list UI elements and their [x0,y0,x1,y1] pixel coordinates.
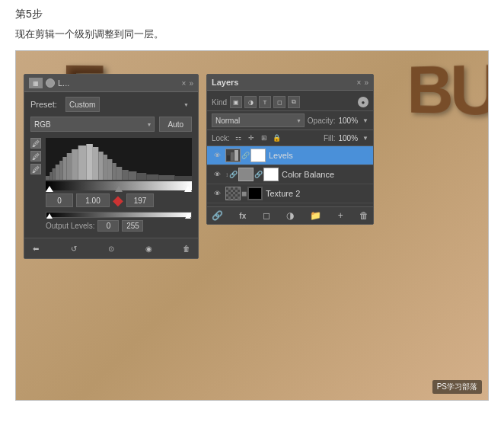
properties-footer-back-icon[interactable]: ⬅ [29,241,43,255]
layers-trash-icon[interactable]: 🗑 [359,210,368,221]
properties-footer-trash-icon[interactable]: 🗑 [180,241,193,255]
svg-rect-25 [234,150,238,161]
layer-name-levels: Levels [269,151,368,160]
svg-rect-8 [78,145,87,180]
properties-collapse-icon[interactable]: » [189,79,193,88]
svg-rect-0 [46,176,49,180]
filter-text-icon[interactable]: T [259,96,271,108]
svg-rect-20 [158,175,174,180]
layers-add-icon[interactable]: + [338,210,343,221]
layers-fx-icon[interactable]: fx [239,212,246,220]
layers-panel-title: Layers [212,78,238,87]
blend-opacity-row: Normal Opacity: 100% ▼ [207,111,373,130]
output-min-value[interactable]: 0 [97,220,119,232]
blend-select-wrapper: Normal [212,113,305,127]
opacity-dropdown-icon[interactable]: ▼ [362,117,368,124]
layer-row-texture2[interactable]: 👁 ◼ Texture 2 [207,184,373,203]
layers-close-icon[interactable]: × [357,78,362,87]
filter-toggle-icon[interactable]: ● [358,97,368,107]
properties-panel-header: ▦ L... × » [24,75,198,92]
layer-eye-levels[interactable]: 👁 [212,150,222,161]
input-slider-white-handle[interactable] [184,186,192,192]
layers-header-controls: × » [357,78,368,87]
layers-adjust-icon[interactable]: ◑ [286,210,294,221]
texture2-mask [247,187,263,200]
red-diamond-icon: ◆ [113,193,123,207]
eyedropper-white-icon[interactable]: 🖉 [30,164,41,174]
output-slider-track[interactable] [46,212,192,218]
svg-rect-12 [104,155,107,180]
filter-adjust-icon[interactable]: ◑ [244,96,257,108]
layers-panel: Layers × » Kind ▣ ◑ T ◻ ⧉ ● [206,74,374,225]
eyedroppers-histogram-section: 🖉 🖉 🖉 [30,138,192,190]
input-min-value[interactable]: 0 [46,193,73,207]
filter-shape-icon[interactable]: ◻ [273,96,285,108]
input-slider-track[interactable] [46,181,192,190]
preset-select-wrapper: Custom [65,97,192,112]
filter-row: Kind ▣ ◑ T ◻ ⧉ ● [207,94,373,111]
eyedropper-gray-icon[interactable]: 🖉 [30,151,41,161]
output-max-value[interactable]: 255 [122,220,143,232]
properties-panel: ▦ L... × » Preset: Custom [24,74,199,259]
channel-select-wrapper: RGB [30,117,155,132]
output-left-handle[interactable] [46,213,53,219]
layer-thumb-group-levels: 🔗 [225,149,266,162]
histogram-svg [46,138,192,180]
properties-header-controls: × » [182,79,193,88]
filter-label: Kind [212,98,227,107]
fill-label: Fill: [324,134,336,142]
preset-select[interactable]: Custom [65,97,100,112]
filter-smart-icon[interactable]: ⧉ [288,96,300,108]
output-right-handle[interactable] [185,213,191,219]
lock-move-icon[interactable]: ✛ [246,133,257,143]
input-slider-black-handle[interactable] [46,186,53,192]
svg-rect-7 [72,149,78,180]
svg-rect-24 [231,152,234,161]
histogram-area [46,138,192,190]
chocolate-text-decoration: BU [407,50,489,132]
properties-close-icon[interactable]: × [182,79,187,88]
lock-label: Lock: [212,134,230,142]
lock-artboard-icon[interactable]: ⊞ [259,133,270,143]
svg-rect-21 [175,176,192,180]
input-max-value[interactable]: 197 [126,193,154,207]
properties-panel-footer: ⬅ ↺ ⊙ ◉ 🗑 [24,238,198,258]
levels-thumb-svg [226,149,240,161]
filter-pixel-icon[interactable]: ▣ [230,96,242,108]
blend-mode-select[interactable]: Normal [212,113,305,127]
layers-mask-icon[interactable]: ◻ [263,210,270,221]
lock-all-icon[interactable]: 🔒 [272,133,282,143]
chain-icon-levels: 🔗 [241,152,250,159]
lock-pixel-icon[interactable]: ⚏ [233,133,244,143]
layer-row-levels[interactable]: 👁 🔗 [207,146,373,165]
layers-folder-icon[interactable]: 📁 [310,210,321,221]
svg-rect-3 [56,165,59,180]
step-desc: 现在剪辑一个级别调整到同一层。 [15,27,489,41]
layer-name-color-balance: Color Balance [282,170,368,179]
layer-row-color-balance[interactable]: 👁 ↕ 🔗 🔗 Color Balance [207,165,373,184]
svg-rect-9 [86,144,93,180]
properties-visibility-icon[interactable] [46,78,55,88]
properties-footer-refresh-icon[interactable]: ↺ [67,241,81,255]
properties-footer-camera-icon[interactable]: ⊙ [104,241,118,255]
svg-rect-6 [67,153,72,180]
svg-rect-19 [146,174,158,180]
svg-rect-1 [49,172,52,180]
properties-footer-eye-icon[interactable]: ◉ [142,241,156,255]
properties-header-left: ▦ L... [29,78,69,88]
channel-select[interactable]: RGB [30,117,155,132]
svg-rect-23 [227,155,230,161]
layer-eye-color-balance[interactable]: 👁 [212,169,222,180]
input-slider-mid-handle[interactable] [115,186,123,192]
layers-link-icon[interactable]: 🔗 [212,210,223,221]
fill-dropdown-icon[interactable]: ▼ [362,135,368,142]
layers-collapse-icon[interactable]: » [364,78,368,87]
opacity-value: 100% [339,117,359,125]
filter-icons: ▣ ◑ T ◻ ⧉ [230,96,300,108]
levels-thumb-main [225,149,241,162]
input-mid-value[interactable]: 1.00 [76,193,110,207]
auto-button[interactable]: Auto [159,117,192,132]
layer-eye-texture2[interactable]: 👁 [212,188,222,199]
eyedropper-black-icon[interactable]: 🖉 [30,138,41,149]
svg-rect-14 [112,163,116,180]
